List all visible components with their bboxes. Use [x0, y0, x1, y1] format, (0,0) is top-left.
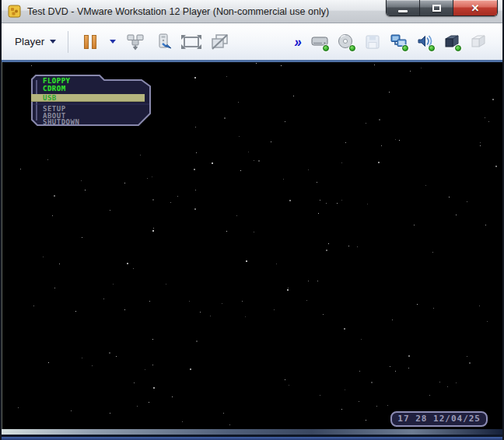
window-controls: ✕ — [386, 0, 498, 16]
maximize-icon — [432, 5, 441, 12]
unity-mode-icon — [209, 33, 229, 51]
minimize-icon — [398, 10, 408, 12]
floppy-device-button[interactable] — [361, 29, 384, 55]
display-device-icon — [469, 33, 488, 51]
connected-status-dot — [323, 45, 329, 51]
boot-menu-item-floppy[interactable]: FLOPPY — [43, 78, 71, 85]
boot-menu-clock: 17 28 12/04/25 — [390, 411, 488, 427]
sound-card-device-button[interactable] — [414, 29, 437, 55]
plop-boot-menu: FLOPPY CDROM USB SETUP ABOUT SHUTDOWN — [26, 75, 152, 127]
suspend-button[interactable] — [78, 28, 103, 56]
suspend-pause-icon — [84, 35, 96, 49]
connected-status-dot — [455, 45, 461, 51]
chevron-down-icon — [50, 40, 56, 44]
close-icon: ✕ — [471, 3, 480, 13]
window-title: Test DVD - VMware Workstation 12 Player … — [24, 6, 329, 17]
hard-disk-device-button[interactable] — [308, 29, 331, 55]
send-ctrl-alt-del-button[interactable] — [123, 28, 148, 56]
titlebar[interactable]: Test DVD - VMware Workstation 12 Player … — [2, 0, 502, 23]
send-ctrl-alt-del-icon — [126, 33, 145, 51]
virtual-machine-settings-icon — [154, 33, 173, 51]
vm-display[interactable]: FLOPPY CDROM USB SETUP ABOUT SHUTDOWN 17… — [2, 62, 502, 429]
boot-menu-item-usb[interactable]: USB — [43, 95, 57, 102]
boot-menu-item-cdrom[interactable]: CDROM — [43, 86, 66, 93]
close-button[interactable]: ✕ — [453, 0, 497, 16]
player-menu-button[interactable]: Player — [8, 32, 63, 51]
cd-dvd-device-button[interactable] — [334, 29, 358, 55]
unity-mode-button[interactable] — [207, 28, 232, 56]
boot-menu-item-shutdown[interactable]: SHUTDOWN — [43, 119, 79, 126]
minimize-button[interactable] — [387, 0, 420, 16]
toolbar: Player — [2, 23, 502, 62]
connected-status-dot — [402, 45, 408, 51]
virtual-machine-settings-button[interactable] — [151, 28, 176, 56]
toolbar-separator — [68, 31, 68, 53]
suspend-dropdown-button[interactable] — [106, 28, 120, 56]
expand-devices-chevron-icon: » — [294, 34, 301, 49]
player-menu-label: Player — [15, 36, 44, 47]
display-device-button[interactable] — [467, 29, 490, 55]
vmware-player-app-icon — [8, 5, 21, 18]
network-adapter-device-button[interactable] — [387, 29, 411, 55]
floppy-icon — [364, 33, 381, 51]
maximize-button[interactable] — [420, 0, 453, 16]
window-bottom-border — [2, 429, 502, 440]
fullscreen-icon — [180, 34, 202, 50]
suspend-dropdown-caret-icon — [110, 40, 116, 44]
device-status-bar: » — [289, 28, 496, 56]
connected-status-dot — [349, 45, 355, 51]
connected-status-dot — [429, 45, 435, 51]
printer-device-button[interactable] — [440, 29, 464, 55]
vmware-player-window: Test DVD - VMware Workstation 12 Player … — [0, 0, 504, 440]
fullscreen-button[interactable] — [179, 28, 204, 56]
expand-devices-button[interactable]: » — [291, 28, 305, 56]
